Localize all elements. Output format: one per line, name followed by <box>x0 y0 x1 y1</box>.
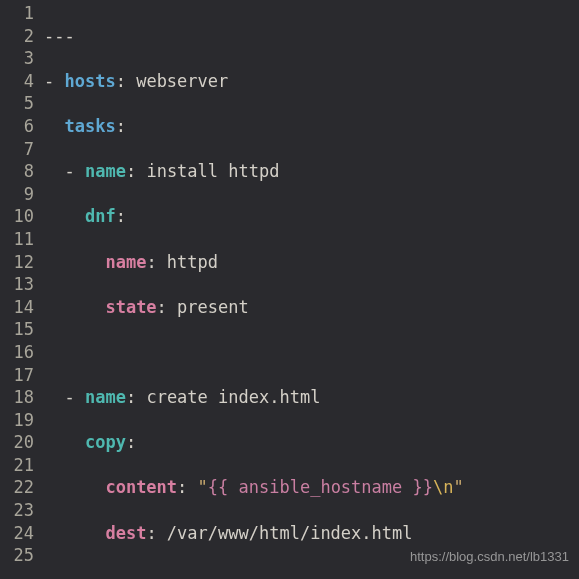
line-number: 4 <box>0 70 34 93</box>
code-line: - name: install httpd <box>44 160 579 183</box>
line-number: 14 <box>0 296 34 319</box>
line-number: 18 <box>0 386 34 409</box>
yaml-key: dnf <box>85 206 116 226</box>
yaml-key: name <box>105 252 146 272</box>
code-line: - hosts: webserver <box>44 70 579 93</box>
line-number: 17 <box>0 364 34 387</box>
yaml-key: name <box>85 387 126 407</box>
code-line: - name: create index.html <box>44 386 579 409</box>
yaml-key: dest <box>105 523 146 543</box>
line-number: 7 <box>0 138 34 161</box>
yaml-key: state <box>105 297 156 317</box>
line-number: 15 <box>0 318 34 341</box>
yaml-string-quote: " <box>453 477 463 497</box>
line-number: 16 <box>0 341 34 364</box>
yaml-key: copy <box>85 432 126 452</box>
line-number: 6 <box>0 115 34 138</box>
yaml-key: name <box>85 161 126 181</box>
yaml-key: content <box>105 477 177 497</box>
code-line: name: httpd <box>44 251 579 274</box>
line-number: 22 <box>0 476 34 499</box>
line-number-gutter: 1 2 3 4 5 6 7 8 9 10 11 12 13 14 15 16 1… <box>0 2 44 579</box>
line-number: 20 <box>0 431 34 454</box>
line-number: 1 <box>0 2 34 25</box>
yaml-key: tasks <box>64 116 115 136</box>
line-number: 2 <box>0 25 34 48</box>
line-number: 8 <box>0 160 34 183</box>
code-line: state: present <box>44 296 579 319</box>
jinja-expression: {{ ansible_hostname }} <box>208 477 433 497</box>
watermark-text: https://blog.csdn.net/lb1331 <box>410 546 569 569</box>
line-number: 19 <box>0 409 34 432</box>
line-number: 24 <box>0 522 34 545</box>
line-number: 13 <box>0 273 34 296</box>
yaml-value: /var/www/html/index.html <box>157 523 413 543</box>
yaml-value: httpd <box>157 252 218 272</box>
code-line <box>44 341 579 364</box>
yaml-value: webserver <box>126 71 228 91</box>
line-number: 3 <box>0 47 34 70</box>
yaml-docstart: --- <box>44 26 75 46</box>
line-number: 9 <box>0 183 34 206</box>
escape-sequence: \n <box>433 477 453 497</box>
line-number: 5 <box>0 92 34 115</box>
code-line: copy: <box>44 431 579 454</box>
yaml-key: hosts <box>64 71 115 91</box>
code-editor: 1 2 3 4 5 6 7 8 9 10 11 12 13 14 15 16 1… <box>0 0 579 579</box>
line-number: 10 <box>0 205 34 228</box>
yaml-value: create index.html <box>136 387 320 407</box>
line-number: 25 <box>0 544 34 567</box>
code-area[interactable]: --- - hosts: webserver tasks: - name: in… <box>44 2 579 579</box>
line-number: 23 <box>0 499 34 522</box>
code-line: dest: /var/www/html/index.html <box>44 522 579 545</box>
line-number: 11 <box>0 228 34 251</box>
yaml-value: present <box>167 297 249 317</box>
code-line: content: "{{ ansible_hostname }}\n" <box>44 476 579 499</box>
code-line: --- <box>44 25 579 48</box>
yaml-string-quote: " <box>198 477 208 497</box>
line-number: 12 <box>0 251 34 274</box>
yaml-value: install httpd <box>136 161 279 181</box>
line-number: 21 <box>0 454 34 477</box>
code-line: dnf: <box>44 205 579 228</box>
code-line: tasks: <box>44 115 579 138</box>
